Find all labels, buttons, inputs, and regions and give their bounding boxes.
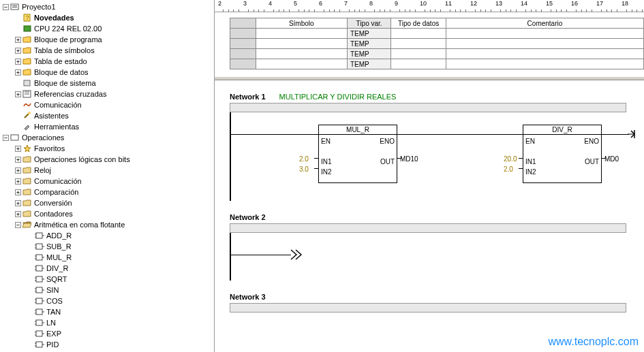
- pin-value[interactable]: MD10: [400, 155, 418, 163]
- ruler: 23456789101112131415161718: [215, 0, 644, 12]
- tree-item[interactable]: +Tabla de símbolos: [0, 45, 214, 56]
- watermark: www.tecnoplc.com: [549, 336, 639, 348]
- tree-item[interactable]: Bloque de sistema: [0, 78, 214, 89]
- tree-toggle-icon[interactable]: +: [15, 37, 21, 43]
- folder-icon: [22, 166, 32, 174]
- tree-toggle-icon[interactable]: +: [15, 48, 21, 54]
- folder-y-icon: [22, 46, 32, 54]
- tree-item[interactable]: +Comunicación: [0, 176, 214, 187]
- tree-toggle-icon[interactable]: +: [15, 157, 21, 163]
- pin-value[interactable]: 3.0: [299, 165, 309, 173]
- tree-item[interactable]: +Comparación: [0, 187, 214, 197]
- network-comment-bar[interactable]: [230, 103, 626, 112]
- tree-toggle-icon[interactable]: +: [15, 91, 21, 97]
- tree-item-label: DIV_R: [46, 264, 68, 272]
- tree-item-label: Bloque de datos: [34, 68, 89, 76]
- function-block[interactable]: DIV_R EN ENO IN1 IN2 OUT: [523, 125, 602, 183]
- tree-item[interactable]: MUL_R: [0, 252, 214, 263]
- svg-rect-49: [36, 331, 42, 336]
- tree-item[interactable]: TAN: [0, 306, 214, 317]
- tree-item[interactable]: SIN: [0, 285, 214, 295]
- table-row[interactable]: TEMP: [230, 29, 644, 39]
- tree-item[interactable]: SUB_R: [0, 241, 214, 252]
- tree-toggle-icon[interactable]: −: [3, 4, 9, 10]
- variable-table[interactable]: Símbolo Tipo var. Tipo de datos Comentar…: [230, 18, 644, 69]
- table-row[interactable]: TEMP: [230, 39, 644, 49]
- tree-item-label: SUB_R: [46, 242, 72, 251]
- tree-item[interactable]: Herramientas: [0, 121, 214, 132]
- tree-toggle-icon[interactable]: +: [15, 189, 21, 195]
- network-area[interactable]: Network 1 MULTIPLICAR Y DIVIDIR REALES M…: [215, 80, 644, 352]
- tree-item[interactable]: Comunicación: [0, 99, 214, 110]
- tree-item-label: Comparación: [34, 188, 78, 196]
- folder-y-icon: [22, 57, 32, 65]
- tree-toggle-icon[interactable]: +: [15, 200, 21, 206]
- block-title: MUL_R: [319, 125, 397, 135]
- tree-item[interactable]: +Reloj: [0, 165, 214, 176]
- tree-item[interactable]: SQRT: [0, 274, 214, 285]
- pin-value[interactable]: MD0: [604, 155, 619, 163]
- block-icon: [35, 319, 44, 327]
- pin-eno: ENO: [584, 138, 599, 145]
- tree-item-label: Novedades: [34, 14, 74, 22]
- tree-toggle-icon[interactable]: +: [15, 178, 21, 185]
- ladder-rung[interactable]: [230, 233, 639, 281]
- tree-item[interactable]: +Bloque de programa: [0, 34, 214, 45]
- tree-item-label: SIN: [46, 286, 59, 294]
- table-row[interactable]: TEMP: [230, 49, 644, 59]
- block-icon: [35, 264, 44, 272]
- network[interactable]: Network 1 MULTIPLICAR Y DIVIDIR REALES M…: [230, 93, 644, 201]
- svg-rect-6: [24, 80, 30, 86]
- network-comment-bar[interactable]: [230, 303, 626, 313]
- tree-item[interactable]: −Aritmética en coma flotante: [0, 219, 214, 230]
- tree-item-label: Conversión: [34, 199, 72, 207]
- tree-toggle-icon[interactable]: +: [15, 211, 21, 217]
- tree-item[interactable]: ?Novedades: [0, 12, 214, 23]
- tree-item[interactable]: ADD_R: [0, 230, 214, 241]
- pin-value[interactable]: 2.0: [504, 165, 513, 173]
- fav-icon: [22, 144, 32, 153]
- tree-item[interactable]: +Favoritos: [0, 143, 214, 154]
- tree-toggle-icon[interactable]: +: [15, 146, 21, 152]
- tree-item-label: COS: [46, 297, 63, 305]
- tree-item[interactable]: +Referencias cruzadas: [0, 89, 214, 99]
- project-tree[interactable]: −Proyecto1?NovedadesCPU 224 REL 02.00+Bl…: [0, 0, 215, 352]
- tree-toggle-icon[interactable]: +: [15, 59, 21, 65]
- tree-item[interactable]: +Tabla de estado: [0, 56, 214, 67]
- arrow-end-icon: [626, 129, 637, 140]
- svg-rect-53: [36, 342, 42, 347]
- block-icon: [35, 286, 44, 294]
- table-row[interactable]: TEMP: [230, 59, 644, 69]
- function-block[interactable]: MUL_R EN ENO IN1 IN2 OUT: [318, 125, 397, 183]
- tree-toggle-icon[interactable]: −: [15, 222, 21, 228]
- tree-toggle-icon[interactable]: +: [15, 69, 21, 76]
- tree-item[interactable]: EXP: [0, 328, 214, 339]
- svg-rect-2: [12, 7, 17, 7]
- ladder-rung[interactable]: MUL_R EN ENO IN1 IN2 OUT 2.0 3.0 MD10 DI…: [230, 112, 639, 201]
- tree-item[interactable]: CPU 224 REL 02.00: [0, 23, 214, 34]
- tree-toggle-icon[interactable]: +: [15, 167, 21, 174]
- tree-item[interactable]: LN: [0, 317, 214, 328]
- tree-toggle-icon[interactable]: −: [3, 135, 9, 141]
- tree-item[interactable]: −Proyecto1: [0, 1, 214, 12]
- tree-item[interactable]: +Bloque de datos: [0, 67, 214, 78]
- svg-rect-37: [36, 298, 42, 304]
- pin-value[interactable]: 20.0: [504, 155, 517, 163]
- tree-item[interactable]: +Conversión: [0, 197, 214, 208]
- network[interactable]: Network 2: [230, 213, 644, 281]
- tree-item[interactable]: +Contadores: [0, 208, 214, 219]
- tree-item-label: Proyecto1: [22, 3, 56, 11]
- tree-item[interactable]: COS: [0, 295, 214, 306]
- tree-item[interactable]: PID: [0, 339, 214, 350]
- network-title: Network 3: [230, 293, 266, 301]
- network-comment-bar[interactable]: [230, 223, 626, 233]
- tree-item[interactable]: −Operaciones: [0, 132, 214, 143]
- network[interactable]: Network 3: [230, 293, 644, 313]
- tree-item[interactable]: +Operaciones lógicas con bits: [0, 154, 214, 165]
- pin-in2: IN2: [525, 168, 536, 176]
- tree-item[interactable]: DIV_R: [0, 263, 214, 274]
- block-icon: [35, 297, 44, 305]
- pin-value[interactable]: 2.0: [299, 155, 309, 163]
- tree-item-label: Reloj: [34, 166, 51, 174]
- tree-item[interactable]: Asistentes: [0, 110, 214, 121]
